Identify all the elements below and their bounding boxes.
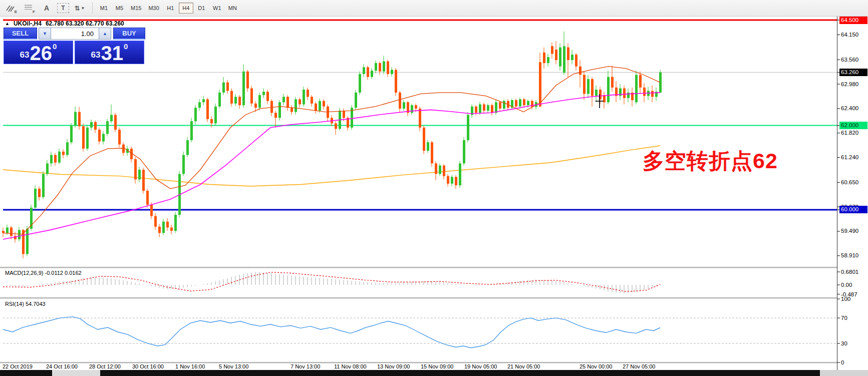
volume-decrease-button[interactable]: ▼ bbox=[39, 28, 51, 40]
macd-label: MACD(12,26,9) -0.0112 0.0162 bbox=[5, 270, 82, 276]
buy-price-prefix: 63 bbox=[91, 50, 101, 60]
time-axis-label: 5 Nov 13:00 bbox=[219, 363, 248, 369]
time-axis-label: 11 Nov 08:00 bbox=[334, 363, 367, 369]
price-axis-label-59.490: 59.490 bbox=[841, 227, 867, 235]
toolbar: E F A T ⇅ ▼ M1M5M15M30H1H4D1W1MN bbox=[0, 0, 868, 17]
chart-header: ▲ UKOil-,H4 62.780 63.320 62.770 63.260 bbox=[5, 20, 124, 27]
time-axis-label: 28 Oct 12:00 bbox=[89, 363, 121, 369]
rsi-panel[interactable] bbox=[0, 299, 837, 362]
bottom-tab-strip bbox=[0, 370, 868, 376]
indicators-icon[interactable]: E bbox=[3, 2, 18, 14]
price-axis-label-62.980: 62.980 bbox=[841, 81, 867, 88]
sell-button[interactable]: SELL bbox=[4, 28, 37, 40]
symbol-title: UKOil-,H4 bbox=[14, 20, 42, 27]
time-axis-label: 24 Oct 16:00 bbox=[46, 363, 78, 369]
time-axis-label: 1 Nov 16:00 bbox=[175, 363, 205, 369]
timeframe-button-h4[interactable]: H4 bbox=[179, 3, 193, 14]
price-axis-badge-60.000: 60.000 bbox=[839, 206, 867, 213]
mt4-window: E F A T ⇅ ▼ M1M5M15M30H1H4D1W1MN bbox=[0, 0, 868, 376]
macd-panel[interactable] bbox=[0, 268, 837, 297]
time-axis-label: 15 Nov 09:00 bbox=[421, 363, 453, 369]
collapse-panel-icon[interactable]: ▲ bbox=[5, 21, 10, 26]
tab-strip-segment bbox=[100, 370, 820, 376]
timeframe-button-h1[interactable]: H1 bbox=[163, 3, 178, 14]
time-axis-label: 30 Oct 16:00 bbox=[132, 363, 164, 369]
time-axis-label: 22 Oct 2019 bbox=[3, 363, 33, 369]
price-axis-label-60.650: 60.650 bbox=[841, 179, 867, 186]
chart-tab[interactable] bbox=[52, 370, 100, 376]
grid-icon[interactable]: F bbox=[21, 2, 36, 14]
timeframe-button-mn[interactable]: MN bbox=[225, 3, 240, 14]
rsi-axis-label-30: 30 bbox=[841, 340, 847, 346]
grid-icon-letter: F bbox=[33, 10, 35, 14]
price-axis-label-58.910: 58.910 bbox=[841, 252, 867, 259]
volume-increase-button[interactable]: ▲ bbox=[99, 28, 111, 40]
timeframe-bar: M1M5M15M30H1H4D1W1MN bbox=[97, 3, 241, 14]
buy-price-main: 31 bbox=[101, 45, 124, 62]
volume-input[interactable] bbox=[51, 28, 99, 40]
timeframe-button-d1[interactable]: D1 bbox=[194, 3, 209, 14]
time-axis-label: 19 Nov 05:00 bbox=[464, 363, 497, 369]
price-axis-label-61.820: 61.820 bbox=[841, 129, 867, 137]
time-axis-label: 7 Nov 13:00 bbox=[291, 363, 320, 369]
indicators-icon-letter: E bbox=[15, 10, 17, 14]
time-axis-label: 27 Nov 05:00 bbox=[623, 363, 655, 369]
rsi-axis-label-0: 0 bbox=[841, 359, 844, 365]
price-axis-badge-62.000: 62.000 bbox=[839, 122, 867, 129]
sell-price-main: 26 bbox=[30, 45, 53, 62]
tab-strip-segment bbox=[0, 370, 52, 376]
time-axis-label: 21 Nov 05:00 bbox=[507, 363, 540, 369]
time-axis-panel[interactable] bbox=[0, 363, 837, 370]
text-label-icon[interactable]: A bbox=[39, 2, 54, 14]
timeframe-button-m30[interactable]: M30 bbox=[145, 3, 162, 14]
price-axis-label-64.150: 64.150 bbox=[841, 31, 867, 39]
timeframe-button-m5[interactable]: M5 bbox=[112, 3, 127, 14]
buy-price-sup: 0 bbox=[124, 42, 128, 51]
sell-price-box[interactable]: 63 26 0 bbox=[4, 41, 73, 64]
rsi-axis-label-70: 70 bbox=[841, 315, 847, 321]
spin-down-icon: ▼ bbox=[43, 31, 47, 36]
time-axis-label: 25 Nov 00:00 bbox=[580, 363, 612, 369]
timeframe-button-m1[interactable]: M1 bbox=[97, 3, 111, 14]
macd-axis-label-0.6801: 0.6801 bbox=[841, 269, 858, 275]
macd-axis-label-0.00: 0.00 bbox=[841, 282, 852, 288]
buy-button[interactable]: BUY bbox=[113, 28, 145, 40]
price-axis-badge-63.260: 63.260 bbox=[839, 69, 867, 76]
price-axis-label-63.560: 63.560 bbox=[841, 56, 867, 64]
one-click-trade-panel: SELL ▼ ▲ BUY 63 26 0 63 31 0 bbox=[4, 28, 146, 64]
rsi-label: RSI(14) 54.7043 bbox=[5, 301, 46, 307]
spin-up-icon: ▲ bbox=[103, 31, 107, 36]
price-axis-badge-64.500: 64.500 bbox=[839, 17, 867, 24]
price-axis-label-61.240: 61.240 bbox=[841, 154, 867, 161]
timeframe-button-w1[interactable]: W1 bbox=[210, 3, 224, 14]
text-box-icon[interactable]: T bbox=[57, 3, 69, 13]
sell-price-prefix: 63 bbox=[20, 50, 30, 60]
sell-price-sup: 0 bbox=[53, 42, 57, 51]
chart-annotation-text[interactable]: 多空转折点62 bbox=[643, 147, 778, 176]
toolbar-separator bbox=[92, 3, 93, 14]
axis-separator bbox=[837, 17, 837, 370]
buy-price-box[interactable]: 63 31 0 bbox=[75, 41, 144, 64]
arrows-icon[interactable]: ⇅ ▼ bbox=[72, 2, 87, 14]
timeframe-button-m15[interactable]: M15 bbox=[128, 3, 144, 14]
price-axis-label-62.400: 62.400 bbox=[841, 105, 867, 112]
rsi-axis-label-100: 100 bbox=[841, 296, 850, 302]
time-axis-label: 13 Nov 09:00 bbox=[377, 363, 410, 369]
ohlc-values: 62.780 63.320 62.770 63.260 bbox=[46, 20, 124, 27]
chevron-down-icon: ▼ bbox=[81, 6, 85, 11]
